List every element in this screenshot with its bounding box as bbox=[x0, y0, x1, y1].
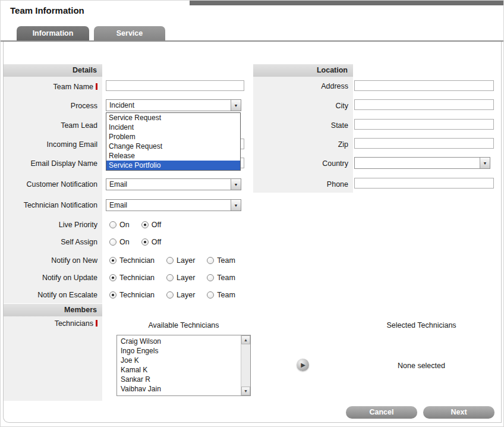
process-label: Process bbox=[4, 102, 97, 111]
radio-checked-icon[interactable] bbox=[109, 291, 116, 299]
tab-service[interactable]: Service bbox=[94, 26, 165, 40]
team-lead-label: Team Lead bbox=[4, 121, 97, 130]
available-technicians-items: Craig Wilson Ingo Engels Joe K Kamal K S… bbox=[117, 337, 240, 395]
listbox-scrollbar[interactable]: ▲ ▼ bbox=[241, 335, 250, 395]
radio-label: Technician bbox=[119, 291, 155, 299]
technician-list-item[interactable]: Kamal K bbox=[117, 365, 240, 375]
radio-label: Team bbox=[217, 256, 235, 265]
live-priority-radiogroup: On Off bbox=[109, 220, 173, 229]
radio-unchecked-icon[interactable] bbox=[207, 274, 214, 281]
radio-checked-icon[interactable] bbox=[109, 257, 116, 264]
team-name-label-text: Team Name bbox=[53, 83, 93, 91]
notify-update-team-option[interactable]: Team bbox=[207, 274, 235, 282]
technician-list-item[interactable]: Vaibhav Jain bbox=[117, 384, 240, 394]
country-select[interactable]: ▼ bbox=[354, 157, 490, 169]
address-label: Address bbox=[253, 82, 348, 91]
live-priority-on-option[interactable]: On bbox=[109, 221, 130, 229]
technician-notification-select[interactable]: Email ▼ bbox=[106, 199, 241, 211]
radio-unchecked-icon[interactable] bbox=[207, 291, 214, 299]
self-assign-label: Self Assign bbox=[4, 238, 97, 247]
address-input[interactable] bbox=[354, 80, 494, 91]
team-name-input[interactable] bbox=[106, 80, 244, 91]
customer-notification-dropdown-button[interactable]: ▼ bbox=[231, 179, 241, 190]
self-assign-on-option[interactable]: On bbox=[109, 238, 130, 246]
move-to-selected-button[interactable]: ▶ bbox=[297, 359, 309, 371]
radio-label: On bbox=[119, 221, 130, 229]
technician-notification-dropdown-button[interactable]: ▼ bbox=[231, 200, 241, 211]
available-technicians-header: Available Technicians bbox=[116, 321, 251, 329]
scroll-up-button[interactable]: ▲ bbox=[241, 335, 250, 344]
chevron-down-icon: ▼ bbox=[483, 161, 487, 165]
process-option-change-request[interactable]: Change Request bbox=[106, 142, 240, 151]
notify-update-layer-option[interactable]: Layer bbox=[166, 274, 195, 282]
radio-label: Technician bbox=[119, 256, 155, 265]
customer-notification-select[interactable]: Email ▼ bbox=[106, 178, 241, 190]
notify-new-layer-option[interactable]: Layer bbox=[166, 256, 195, 265]
phone-input[interactable] bbox=[354, 178, 494, 189]
process-dropdown-list: Service Request Incident Problem Change … bbox=[106, 112, 241, 171]
details-label-column bbox=[4, 77, 102, 303]
state-input[interactable] bbox=[354, 119, 494, 130]
radio-unchecked-icon[interactable] bbox=[166, 274, 174, 281]
members-label-column bbox=[4, 316, 102, 401]
scroll-down-button[interactable]: ▼ bbox=[241, 387, 250, 395]
details-section-header: Details bbox=[4, 64, 102, 77]
chevron-down-icon: ▼ bbox=[234, 103, 238, 108]
notify-new-team-option[interactable]: Team bbox=[207, 256, 235, 265]
process-option-service-request[interactable]: Service Request bbox=[106, 113, 240, 123]
radio-label: Layer bbox=[177, 291, 195, 299]
technician-list-item[interactable]: Craig Wilson bbox=[117, 337, 240, 346]
radio-label: On bbox=[119, 238, 130, 246]
country-dropdown-button[interactable]: ▼ bbox=[480, 158, 490, 168]
process-dropdown-button[interactable]: ▼ bbox=[231, 100, 241, 111]
cancel-button[interactable]: Cancel bbox=[346, 406, 417, 419]
process-option-release[interactable]: Release bbox=[106, 151, 240, 161]
top-divider-bar bbox=[190, 1, 503, 5]
city-input[interactable] bbox=[354, 99, 494, 110]
radio-unchecked-icon[interactable] bbox=[109, 221, 116, 228]
technician-notification-label: Technician Notification bbox=[4, 201, 97, 210]
radio-label: Off bbox=[152, 221, 161, 229]
process-selected-value: Incident bbox=[109, 101, 134, 109]
notify-escalate-team-option[interactable]: Team bbox=[207, 291, 235, 299]
notify-escalate-technician-option[interactable]: Technician bbox=[109, 291, 155, 299]
location-section-header: Location bbox=[253, 64, 353, 77]
notify-on-update-label: Notify on Update bbox=[4, 274, 97, 282]
required-marker-icon bbox=[96, 320, 97, 326]
state-label: State bbox=[253, 121, 348, 130]
self-assign-off-option[interactable]: Off bbox=[141, 238, 161, 246]
radio-unchecked-icon[interactable] bbox=[207, 257, 214, 264]
tab-information[interactable]: Information bbox=[17, 26, 89, 40]
team-information-window: Team Information Information Service Det… bbox=[0, 0, 504, 427]
radio-checked-icon[interactable] bbox=[109, 274, 116, 281]
radio-checked-icon[interactable] bbox=[141, 221, 149, 228]
arrow-right-icon: ▶ bbox=[301, 362, 305, 368]
scroll-up-icon: ▲ bbox=[244, 338, 248, 342]
radio-unchecked-icon[interactable] bbox=[109, 238, 116, 246]
zip-input[interactable] bbox=[354, 138, 494, 149]
technician-list-item[interactable]: Ingo Engels bbox=[117, 346, 240, 356]
notify-update-technician-option[interactable]: Technician bbox=[109, 274, 155, 282]
chevron-down-icon: ▼ bbox=[234, 203, 238, 208]
process-option-problem[interactable]: Problem bbox=[106, 132, 240, 142]
phone-label: Phone bbox=[253, 180, 348, 189]
customer-notification-value: Email bbox=[109, 180, 127, 189]
technician-notification-value: Email bbox=[109, 201, 127, 209]
radio-unchecked-icon[interactable] bbox=[166, 257, 174, 264]
notify-escalate-layer-option[interactable]: Layer bbox=[166, 291, 195, 299]
radio-unchecked-icon[interactable] bbox=[166, 291, 174, 299]
next-button[interactable]: Next bbox=[423, 406, 494, 419]
process-option-service-portfolio-highlighted[interactable]: Service Portfolio bbox=[106, 161, 240, 170]
notify-new-technician-option[interactable]: Technician bbox=[109, 256, 155, 265]
process-select[interactable]: Incident ▼ bbox=[106, 99, 241, 111]
available-technicians-listbox[interactable]: Craig Wilson Ingo Engels Joe K Kamal K S… bbox=[116, 335, 251, 396]
customer-notification-label: Customer Notification bbox=[4, 180, 97, 189]
radio-checked-icon[interactable] bbox=[141, 238, 149, 246]
live-priority-label: Live Priority bbox=[4, 221, 97, 230]
scroll-down-icon: ▼ bbox=[244, 389, 248, 393]
incoming-email-label: Incoming Email bbox=[4, 140, 97, 149]
technician-list-item[interactable]: Joe K bbox=[117, 356, 240, 365]
live-priority-off-option[interactable]: Off bbox=[141, 221, 161, 229]
technician-list-item[interactable]: Sankar R bbox=[117, 375, 240, 384]
process-option-incident[interactable]: Incident bbox=[106, 123, 240, 132]
